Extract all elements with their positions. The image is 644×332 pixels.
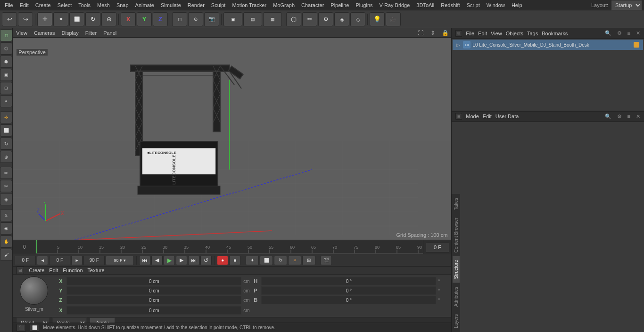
end-frame-input[interactable] <box>83 256 105 265</box>
status-icon-1[interactable]: ⬛ <box>17 324 26 332</box>
menu-redshift[interactable]: Redshift <box>438 1 462 9</box>
point-mode-button[interactable]: ⊡ <box>0 82 12 94</box>
move-button[interactable]: ✦ <box>53 12 68 26</box>
record-button[interactable]: ● <box>217 256 228 265</box>
keyframe-move-button[interactable]: ✦ <box>246 256 259 265</box>
render-region-button[interactable]: ▣ <box>223 12 242 26</box>
frame-prev-btn[interactable]: ◄ <box>37 256 48 265</box>
snap-tool-button[interactable]: ⊕ <box>0 151 12 163</box>
menu-script[interactable]: Script <box>464 1 483 9</box>
keyframe-scale-button[interactable]: ⬜ <box>260 256 273 265</box>
om-view[interactable]: View <box>491 31 502 36</box>
extrude-button[interactable]: ◈ <box>0 193 12 205</box>
x-pos-input[interactable] <box>66 277 241 285</box>
y-axis-button[interactable]: Y <box>137 12 152 26</box>
y-pos-input[interactable] <box>66 286 241 295</box>
menu-plugins[interactable]: Plugins <box>353 1 375 9</box>
vtab-content-browser[interactable]: Content Browser <box>453 214 460 256</box>
texture-mode-button[interactable]: ⬡ <box>0 42 12 55</box>
om-close-icon[interactable]: ✕ <box>636 30 640 36</box>
vp-panel[interactable]: Panel <box>102 30 118 36</box>
om-objects[interactable]: Objects <box>506 31 523 36</box>
end-frame2-input[interactable]: 90 F ▾ <box>106 256 134 265</box>
status-icon-2[interactable]: ⬜ <box>30 324 39 332</box>
om-edit[interactable]: Edit <box>478 31 487 36</box>
menu-sculpt[interactable]: Sculpt <box>208 1 229 9</box>
scale-tool-button[interactable]: ⬜ <box>0 124 12 137</box>
layout-select[interactable]: Startup <box>611 0 642 10</box>
smooth-button[interactable]: ◉ <box>0 222 12 235</box>
vp-expand-icon[interactable]: ⛶ <box>416 29 425 37</box>
object-mode-button[interactable]: ◻ <box>172 12 187 26</box>
menu-pipeline[interactable]: Pipeline <box>328 1 352 9</box>
timeline-frame-input[interactable] <box>426 242 449 252</box>
null-button[interactable]: ⊙ <box>188 12 203 26</box>
rotate-tool-button[interactable]: ↻ <box>0 138 12 150</box>
menu-render[interactable]: Render <box>185 1 207 9</box>
camera-button[interactable]: 📷 <box>204 12 219 26</box>
knife-button[interactable]: ✂ <box>0 180 12 192</box>
vp-view[interactable]: View <box>15 30 29 36</box>
attr-layout-icon[interactable]: ≡ <box>627 113 630 119</box>
z-axis-button[interactable]: Z <box>153 12 168 26</box>
loop-button[interactable]: ↺ <box>200 256 212 265</box>
paint-button[interactable]: ✏ <box>0 167 12 179</box>
object-item-main[interactable]: ▷ L0 L0 Lite_Console_Silver_Mobile_DJ_St… <box>453 40 643 50</box>
menu-mesh[interactable]: Mesh <box>94 1 113 9</box>
attr-settings-icon[interactable]: ⚙ <box>617 113 622 120</box>
menu-edit[interactable]: Edit <box>17 1 32 9</box>
stop-button[interactable]: ■ <box>229 256 240 265</box>
deformer-button[interactable]: ◈ <box>334 12 349 26</box>
keyframe-grid-button[interactable]: ⊞ <box>302 256 315 265</box>
menu-file[interactable]: File <box>2 1 16 9</box>
current-frame-input[interactable] <box>49 256 70 265</box>
menu-3dtoall[interactable]: 3DToAll <box>413 1 437 9</box>
keyframe-rotate-button[interactable]: ↻ <box>274 256 287 265</box>
step-back-button[interactable]: ◀ <box>151 256 163 265</box>
menu-vray[interactable]: V-Ray Bridge <box>377 1 413 9</box>
render-view-button[interactable]: ▤ <box>243 12 262 26</box>
object-color-dot[interactable] <box>634 42 639 48</box>
menu-help[interactable]: Help <box>509 1 525 9</box>
menu-select[interactable]: Select <box>55 1 75 9</box>
transform-button[interactable]: ⊕ <box>101 12 116 26</box>
attr-edit[interactable]: Edit <box>483 113 492 119</box>
viewport[interactable]: View Cameras Display Filter Panel ⛶ ⇕ 🔒 <box>13 28 451 240</box>
p-size-input[interactable] <box>261 286 436 295</box>
vp-display[interactable]: Display <box>60 30 80 36</box>
step-forward-button[interactable]: ▶ <box>176 256 187 265</box>
menu-create[interactable]: Create <box>33 1 54 9</box>
vp-lock-icon[interactable]: 🔒 <box>441 29 449 37</box>
vtab-structure[interactable]: Structure <box>453 256 460 283</box>
editor-edit[interactable]: Edit <box>49 267 58 273</box>
light-button[interactable]: 💡 <box>370 12 385 26</box>
vp-arrows-icon[interactable]: ⇕ <box>429 29 437 37</box>
vtab-takes[interactable]: Takes <box>453 194 460 214</box>
model-mode-button[interactable]: ◻ <box>0 29 12 41</box>
go-end-button[interactable]: ⏭ <box>188 256 199 265</box>
grab-button[interactable]: ✋ <box>0 235 12 248</box>
object-collapse-icon[interactable]: ▷ <box>456 42 460 48</box>
attr-search-icon[interactable]: 🔍 <box>605 113 611 120</box>
rotate-button[interactable]: ↻ <box>85 12 100 26</box>
keyframe-p-button[interactable]: P <box>288 256 301 265</box>
attr-close-icon[interactable]: ✕ <box>636 113 640 120</box>
edge-mode-button[interactable]: ⬢ <box>0 56 12 68</box>
live-select-button[interactable]: ✦ <box>0 95 12 107</box>
render-button[interactable]: ▦ <box>263 12 282 26</box>
redo-button[interactable]: ↪ <box>18 12 33 26</box>
menu-window[interactable]: Window <box>484 1 508 9</box>
menu-animate[interactable]: Animate <box>132 1 157 9</box>
menu-mograph[interactable]: MoGraph <box>270 1 297 9</box>
h-size-input[interactable] <box>261 277 436 285</box>
camera2-button[interactable]: 🎥 <box>386 12 401 26</box>
vtab-attributes[interactable]: Attributes <box>453 283 460 310</box>
frame-next-btn[interactable]: ► <box>71 256 83 265</box>
select-mode-button[interactable]: ✛ <box>37 12 52 26</box>
attr-mode[interactable]: Mode <box>466 113 479 119</box>
field-button[interactable]: ◇ <box>350 12 365 26</box>
scale-button[interactable]: ⬜ <box>69 12 84 26</box>
brush-button[interactable]: 🖌 <box>0 249 12 261</box>
generator-button[interactable]: ⚙ <box>318 12 333 26</box>
vp-cameras[interactable]: Cameras <box>33 30 57 36</box>
